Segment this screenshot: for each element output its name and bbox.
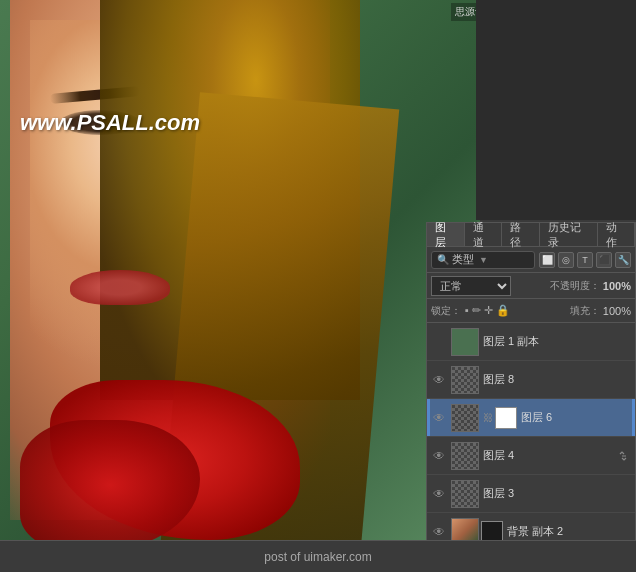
- red-object2: [20, 420, 200, 540]
- filter-icon-group: ⬜ ◎ T ⬛ 🔧: [539, 252, 631, 268]
- blend-mode-select[interactable]: 正常: [431, 276, 511, 296]
- layer-visibility-toggle[interactable]: 👁: [431, 372, 447, 388]
- footer-bar: post of uimaker.com: [0, 540, 636, 572]
- search-icon: 🔍: [437, 254, 449, 265]
- layer-name: 背景 副本 2: [507, 524, 631, 539]
- layer-row[interactable]: 👁 图层 1 副本: [427, 323, 635, 361]
- chain-icon: ⛓: [483, 412, 493, 423]
- lock-icons: ▪ ✏ ✛ 🔒: [465, 304, 510, 317]
- layer-visibility-toggle[interactable]: 👁: [431, 448, 447, 464]
- layer-name: 图层 6: [521, 410, 631, 425]
- blend-row: 正常 不透明度： 100%: [427, 273, 635, 299]
- main-container: www.PSALL.com 思源设计论坛 WWW.MISSYUAN.COM 图层…: [0, 0, 636, 572]
- layers-panel: 图层 通道 路径 历史记录 动作 🔍 类型 ▼ ⬜ ◎: [426, 222, 636, 572]
- layer-visibility-toggle[interactable]: 👁: [431, 410, 447, 426]
- link-icon: [617, 449, 631, 463]
- filter-icon-1[interactable]: ⬜: [539, 252, 555, 268]
- layer-visibility-toggle[interactable]: 👁: [431, 524, 447, 540]
- layer-row[interactable]: 👁 图层 4: [427, 437, 635, 475]
- lock-move-icon[interactable]: ✛: [484, 304, 493, 317]
- layer-row[interactable]: 👁 图层 3: [427, 475, 635, 513]
- tab-layers[interactable]: 图层: [427, 223, 465, 246]
- filter-icon-4[interactable]: ⬛: [596, 252, 612, 268]
- layer-thumbnail: [451, 328, 479, 356]
- layer-thumbnail: [451, 480, 479, 508]
- layer-visibility-toggle[interactable]: 👁: [431, 486, 447, 502]
- filter-dropdown-icon: ▼: [479, 255, 488, 265]
- lock-paint-icon[interactable]: ✏: [472, 304, 481, 317]
- lock-all-icon[interactable]: 🔒: [496, 304, 510, 317]
- lock-row: 锁定： ▪ ✏ ✛ 🔒 填充： 100%: [427, 299, 635, 323]
- filter-row: 🔍 类型 ▼ ⬜ ◎ T ⬛ 🔧: [427, 247, 635, 273]
- layer-name: 图层 8: [483, 372, 631, 387]
- layer-name: 图层 3: [483, 486, 631, 501]
- fill-part: 填充： 100%: [570, 304, 631, 318]
- tab-channels[interactable]: 通道: [465, 223, 503, 246]
- opacity-label: 不透明度：: [550, 279, 600, 293]
- lock-transparency-icon[interactable]: ▪: [465, 304, 469, 317]
- panel-tabs: 图层 通道 路径 历史记录 动作: [427, 223, 635, 247]
- filter-icon-3[interactable]: T: [577, 252, 593, 268]
- layers-list: 👁 图层 1 副本 👁 图层 8 👁 ⛓ 图层 6: [427, 323, 635, 551]
- layer-thumbnail: [451, 442, 479, 470]
- layer-visibility-toggle[interactable]: 👁: [431, 334, 447, 350]
- layer-row[interactable]: 👁 ⛓ 图层 6: [427, 399, 635, 437]
- layer-name: 图层 4: [483, 448, 613, 463]
- lips: [70, 270, 170, 305]
- dark-panel: [476, 0, 636, 220]
- opacity-value: 100%: [603, 280, 631, 292]
- filter-icon-5[interactable]: 🔧: [615, 252, 631, 268]
- layer-row[interactable]: 👁 图层 8: [427, 361, 635, 399]
- layer-mask: [495, 407, 517, 429]
- filter-type-label: 类型: [452, 252, 474, 267]
- tab-paths[interactable]: 路径: [502, 223, 540, 246]
- footer-text: post of uimaker.com: [264, 550, 371, 564]
- opacity-row: 不透明度： 100%: [550, 279, 631, 293]
- layer-thumbnail: [451, 366, 479, 394]
- lock-label: 锁定：: [431, 304, 461, 318]
- filter-search[interactable]: 🔍 类型 ▼: [431, 251, 535, 269]
- photo-area: www.PSALL.com: [0, 0, 480, 540]
- tab-history[interactable]: 历史记录: [540, 223, 598, 246]
- filter-icon-2[interactable]: ◎: [558, 252, 574, 268]
- watermark-main: www.PSALL.com: [20, 110, 200, 136]
- photo-background: www.PSALL.com: [0, 0, 480, 540]
- fill-label: 填充：: [570, 304, 600, 318]
- fill-value: 100%: [603, 305, 631, 317]
- tab-actions[interactable]: 动作: [598, 223, 636, 246]
- layer-thumbnail: [451, 404, 479, 432]
- layer-name: 图层 1 副本: [483, 334, 631, 349]
